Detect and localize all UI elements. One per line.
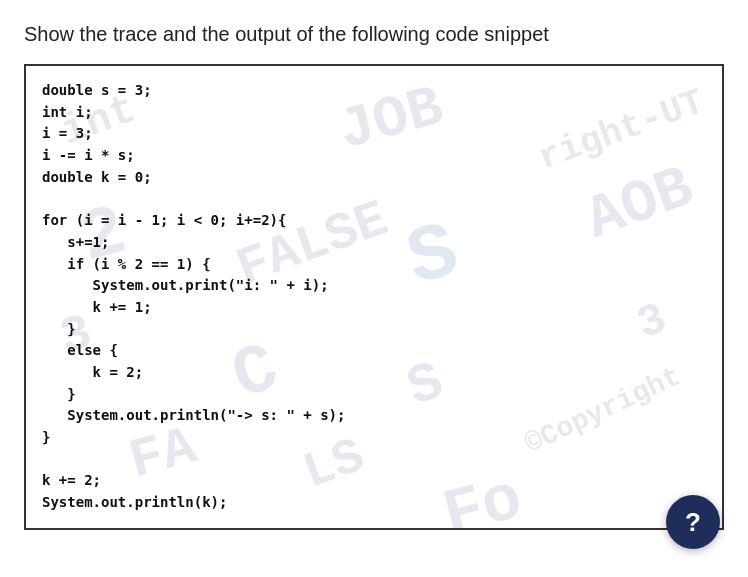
code-line-5: double k = 0; [42, 169, 152, 185]
help-button[interactable]: ? [666, 495, 720, 549]
question-title: Show the trace and the output of the fol… [24, 20, 724, 48]
question-mark-icon: ? [685, 509, 701, 535]
code-line-8: s+=1; [42, 234, 109, 250]
code-line-3: i = 3; [42, 125, 93, 141]
code-content: double s = 3; int i; i = 3; i -= i * s; … [42, 80, 706, 514]
code-line-7: for (i = i - 1; i < 0; i+=2){ [42, 212, 286, 228]
code-line-1: double s = 3; [42, 82, 152, 98]
code-line-15: } [42, 386, 76, 402]
code-line-11: k += 1; [42, 299, 152, 315]
code-line-10: System.out.print("i: " + i); [42, 277, 329, 293]
code-line-16: System.out.println("-> s: " + s); [42, 407, 345, 423]
code-line-17: } [42, 429, 50, 445]
code-line-9: if (i % 2 == 1) { [42, 256, 211, 272]
code-line-19: k += 2; [42, 472, 101, 488]
code-line-14: k = 2; [42, 364, 143, 380]
code-box: int JOB right-UT 2 FALSE S AOB 3 C S FA … [24, 64, 724, 530]
code-line-13: else { [42, 342, 118, 358]
page-container: Show the trace and the output of the fol… [0, 0, 748, 577]
code-line-4: i -= i * s; [42, 147, 135, 163]
code-line-12: } [42, 321, 76, 337]
code-line-20: System.out.println(k); [42, 494, 227, 510]
code-line-2: int i; [42, 104, 93, 120]
